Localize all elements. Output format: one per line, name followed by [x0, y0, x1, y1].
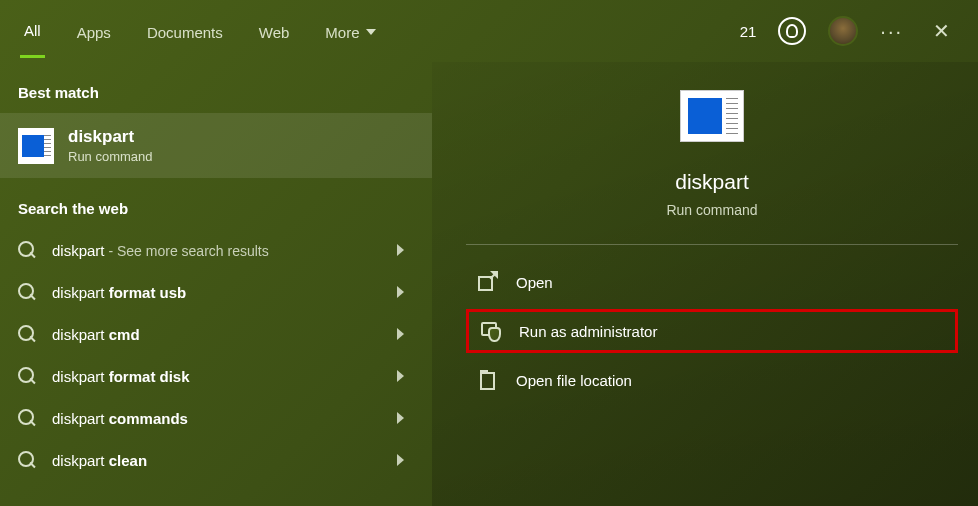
search-icon	[18, 283, 36, 301]
search-icon	[18, 325, 36, 343]
results-panel: Best match diskpart Run command Search t…	[0, 62, 432, 506]
action-open[interactable]: Open	[466, 263, 958, 301]
file-location-icon	[478, 371, 496, 389]
detail-actions: Open Run as administrator Open file loca…	[466, 263, 958, 399]
content-area: Best match diskpart Run command Search t…	[0, 62, 978, 506]
search-icon	[18, 241, 36, 259]
web-suggestion-text: diskpart clean	[52, 452, 147, 469]
best-match-result[interactable]: diskpart Run command	[0, 113, 432, 178]
tab-apps[interactable]: Apps	[73, 6, 115, 57]
search-web-heading: Search the web	[0, 178, 432, 229]
web-suggestion[interactable]: diskpart - See more search results	[0, 229, 432, 271]
detail-panel: diskpart Run command Open Run as adminis…	[432, 62, 978, 506]
open-icon	[478, 273, 496, 291]
chevron-right-icon	[397, 454, 404, 466]
diskpart-app-icon	[18, 128, 54, 164]
search-icon	[18, 367, 36, 385]
chevron-right-icon	[397, 370, 404, 382]
search-icon	[18, 451, 36, 469]
detail-title: diskpart	[675, 170, 749, 194]
chevron-down-icon	[366, 29, 376, 35]
diskpart-app-icon-large	[680, 90, 744, 142]
top-right-controls: 21 ··· ✕	[740, 15, 958, 47]
web-suggestions-list: diskpart - See more search results diskp…	[0, 229, 432, 481]
best-match-title: diskpart	[68, 127, 153, 147]
chevron-right-icon	[397, 412, 404, 424]
rewards-medal-icon[interactable]	[778, 17, 806, 45]
web-suggestion-text: diskpart cmd	[52, 326, 140, 343]
search-icon	[18, 409, 36, 427]
tab-more[interactable]: More	[321, 6, 379, 57]
web-suggestion[interactable]: diskpart commands	[0, 397, 432, 439]
detail-header: diskpart Run command	[466, 90, 958, 245]
web-suggestion[interactable]: diskpart clean	[0, 439, 432, 481]
web-suggestion-text: diskpart format disk	[52, 368, 190, 385]
action-admin-label: Run as administrator	[519, 323, 657, 340]
chevron-right-icon	[397, 244, 404, 256]
web-suggestion-text: diskpart commands	[52, 410, 188, 427]
close-button[interactable]: ✕	[925, 15, 958, 47]
chevron-right-icon	[397, 286, 404, 298]
action-open-label: Open	[516, 274, 553, 291]
web-suggestion-text: diskpart - See more search results	[52, 242, 269, 259]
top-bar: All Apps Documents Web More 21 ··· ✕	[0, 0, 978, 62]
tab-web[interactable]: Web	[255, 6, 294, 57]
more-options-button[interactable]: ···	[880, 20, 903, 43]
web-suggestion-text: diskpart format usb	[52, 284, 186, 301]
tab-more-label: More	[325, 24, 359, 41]
action-open-file-location[interactable]: Open file location	[466, 361, 958, 399]
tab-all[interactable]: All	[20, 4, 45, 58]
best-match-heading: Best match	[0, 62, 432, 113]
detail-subtitle: Run command	[666, 202, 757, 218]
shield-admin-icon	[481, 322, 499, 340]
best-match-text: diskpart Run command	[68, 127, 153, 164]
web-suggestion[interactable]: diskpart format disk	[0, 355, 432, 397]
search-scope-tabs: All Apps Documents Web More	[20, 4, 380, 58]
action-location-label: Open file location	[516, 372, 632, 389]
chevron-right-icon	[397, 328, 404, 340]
tab-documents[interactable]: Documents	[143, 6, 227, 57]
action-run-as-administrator[interactable]: Run as administrator	[466, 309, 958, 353]
reward-count: 21	[740, 23, 757, 40]
best-match-subtitle: Run command	[68, 149, 153, 164]
user-avatar[interactable]	[828, 16, 858, 46]
web-suggestion[interactable]: diskpart format usb	[0, 271, 432, 313]
web-suggestion[interactable]: diskpart cmd	[0, 313, 432, 355]
